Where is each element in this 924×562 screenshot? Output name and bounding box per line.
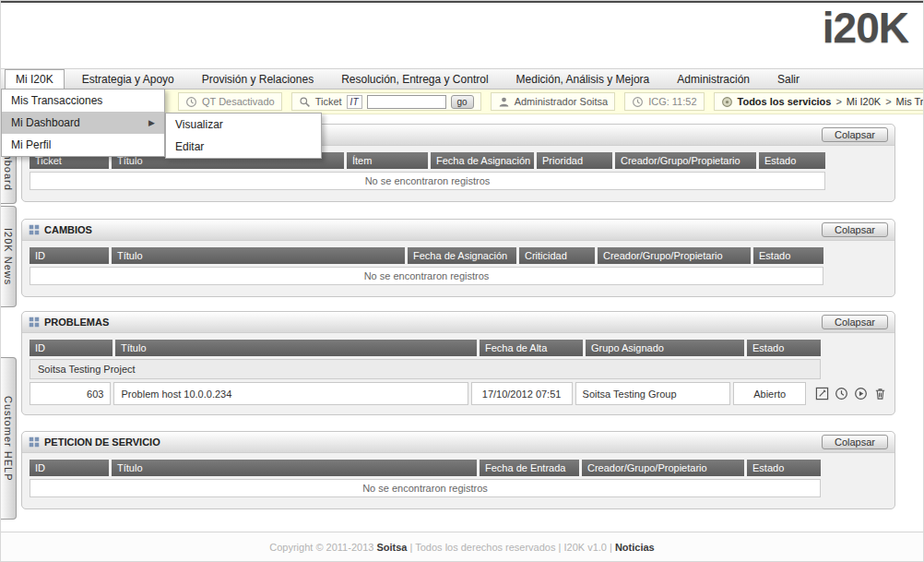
breadcrumb-level2[interactable]: Mis Transacciones	[896, 96, 924, 107]
footer-separator: |	[607, 542, 615, 553]
column-header-titulo[interactable]: Título	[115, 340, 477, 356]
column-header-creador[interactable]: Creador/Grupo/Propietario	[582, 460, 744, 476]
page-header: i20K	[1, 3, 923, 58]
edit-icon[interactable]	[815, 387, 829, 401]
row-actions	[815, 387, 887, 401]
ticket-label: Ticket	[315, 96, 342, 107]
section-problemas: PROBLEMAS Colapsar ID Título Fecha de Al…	[21, 311, 895, 415]
cell-grupo: Soitsa Testing Group	[575, 382, 731, 405]
section-title: PROBLEMAS	[44, 317, 109, 328]
table-row[interactable]: 603 Problem host 10.0.0.234 17/10/2012 0…	[30, 382, 887, 405]
menu-administracion[interactable]: Administración	[667, 69, 760, 89]
column-header-prioridad[interactable]: Prioridad	[537, 152, 612, 169]
column-header-estado[interactable]: Estado	[753, 247, 823, 264]
column-header-titulo[interactable]: Título	[112, 247, 405, 264]
history-clock-icon[interactable]	[835, 387, 848, 401]
section-peticion-de-servicio: PETICION DE SERVICIO Colapsar ID Título …	[21, 431, 895, 509]
collapse-button[interactable]: Colapsar	[822, 435, 888, 449]
services-icon	[721, 96, 733, 108]
clock-icon	[185, 96, 197, 108]
timer-icon	[632, 96, 644, 108]
current-user-box[interactable]: Administrador Soitsa	[491, 92, 616, 111]
collapse-button[interactable]: Colapsar	[822, 127, 888, 142]
column-header-id[interactable]: ID	[30, 247, 109, 264]
collapse-button[interactable]: Colapsar	[822, 222, 888, 237]
column-header-fecha-alta[interactable]: Fecha de Alta	[480, 340, 583, 356]
footer-copyright: Copyright © 2011-2013	[269, 542, 376, 553]
grid-icon	[29, 317, 40, 328]
menu-item-mi-dashboard[interactable]: Mi Dashboard ▶	[2, 112, 164, 134]
menu-resolucion[interactable]: Resolución, Entrega y Control	[331, 69, 498, 89]
submenu-item-visualizar[interactable]: Visualizar	[166, 114, 321, 136]
section-title: PETICION DE SERVICIO	[44, 436, 160, 448]
column-header-id[interactable]: ID	[30, 460, 109, 476]
column-header-fecha-asignacion[interactable]: Fecha de Asignación	[408, 247, 516, 264]
breadcrumb-separator: >	[835, 96, 841, 107]
column-header-estado[interactable]: Estado	[747, 460, 821, 476]
menu-item-mis-transacciones[interactable]: Mis Transacciones	[2, 90, 164, 112]
mi-dashboard-submenu: Visualizar Editar	[165, 113, 322, 159]
breadcrumb-root[interactable]: Todos los servicios	[738, 96, 832, 107]
cell-id: 603	[30, 382, 111, 405]
column-header-estado[interactable]: Estado	[759, 152, 825, 169]
column-header-titulo[interactable]: Título	[112, 460, 477, 476]
column-header-id[interactable]: ID	[30, 340, 113, 356]
menu-mi-i20k[interactable]: Mi I20K	[5, 69, 65, 89]
grid-icon	[29, 436, 40, 448]
column-header-creador[interactable]: Creador/Grupo/Propietario	[615, 152, 756, 169]
current-user-label: Administrador Soitsa	[515, 96, 609, 107]
ticket-go-button[interactable]: go	[451, 95, 474, 109]
ticket-search-input[interactable]	[367, 95, 446, 109]
group-row-project: Soitsa Testing Project	[30, 359, 821, 379]
breadcrumb: Todos los servicios > Mi I20K > Mis Tran…	[714, 92, 924, 111]
footer-brand: Soitsa	[376, 542, 407, 553]
menu-estrategia[interactable]: Estrategia y Apoyo	[72, 69, 184, 89]
table-header: ID Título Fecha de Entrada Creador/Grupo…	[30, 460, 821, 476]
menu-provision[interactable]: Provisión y Relaciones	[192, 69, 324, 89]
cell-estado: Abierto	[733, 382, 806, 405]
cell-titulo: Problem host 10.0.0.234	[113, 382, 468, 405]
mi-i20k-dropdown-menu: Mis Transacciones Mi Dashboard ▶ Mi Perf…	[1, 89, 165, 157]
menu-item-label: Mi Dashboard	[11, 116, 80, 129]
empty-results-row: No se encontraron registros	[30, 479, 821, 497]
ticket-type-selector[interactable]: IT	[347, 95, 362, 109]
side-tab-customer-help[interactable]: Customer HELP	[1, 357, 17, 520]
submenu-item-editar[interactable]: Editar	[166, 136, 321, 158]
trash-icon[interactable]	[873, 387, 887, 401]
menu-salir[interactable]: Salir	[767, 69, 810, 89]
icg-timer-label: ICG: 11:52	[648, 96, 696, 107]
column-header-grupo-asignado[interactable]: Grupo Asignado	[586, 340, 744, 356]
empty-results-row: No se encontraron registros	[30, 267, 823, 285]
user-icon	[498, 96, 510, 108]
breadcrumb-separator: >	[885, 96, 891, 107]
empty-results-row: No se encontraron registros	[30, 172, 825, 190]
column-header-creador[interactable]: Creador/Grupo/Propietario	[598, 247, 751, 264]
search-icon	[299, 96, 311, 108]
menu-item-mi-perfil[interactable]: Mi Perfil	[2, 134, 164, 156]
app-logo: i20K	[823, 3, 908, 53]
column-header-fecha-asignacion[interactable]: Fecha de Asignación	[431, 152, 534, 169]
qt-toggle[interactable]: QT Desactivado	[178, 92, 282, 111]
table-header: ID Título Fecha de Asignación Criticidad…	[30, 247, 823, 264]
column-header-item[interactable]: Ítem	[347, 152, 428, 169]
collapse-button[interactable]: Colapsar	[822, 315, 888, 329]
column-header-estado[interactable]: Estado	[747, 340, 821, 356]
play-icon[interactable]	[854, 387, 868, 401]
menu-medicion[interactable]: Medición, Análisis y Mejora	[506, 69, 660, 89]
grid-icon	[29, 224, 40, 235]
section-cambios-body: ID Título Fecha de Asignación Criticidad…	[22, 241, 894, 292]
column-header-fecha-entrada[interactable]: Fecha de Entrada	[480, 460, 579, 476]
qt-label: QT Desactivado	[202, 96, 275, 107]
footer-version: I20K v1.0	[563, 542, 606, 553]
side-tab-i20k-news[interactable]: I20K News	[1, 206, 17, 307]
footer-noticias-link[interactable]: Noticias	[615, 542, 655, 553]
breadcrumb-level1[interactable]: Mi I20K	[847, 96, 881, 107]
app-window: i20K Mi I20K Estrategia y Apoyo Provisió…	[0, 0, 924, 562]
column-header-criticidad[interactable]: Criticidad	[519, 247, 595, 264]
section-peticion-header: PETICION DE SERVICIO Colapsar	[22, 432, 894, 453]
footer-separator: |	[407, 542, 415, 553]
section-problemas-header: PROBLEMAS Colapsar	[22, 312, 894, 333]
section-title: CAMBIOS	[44, 224, 92, 235]
table-header: ID Título Fecha de Alta Grupo Asignado E…	[30, 340, 821, 356]
section-peticion-body: ID Título Fecha de Entrada Creador/Grupo…	[22, 453, 894, 504]
